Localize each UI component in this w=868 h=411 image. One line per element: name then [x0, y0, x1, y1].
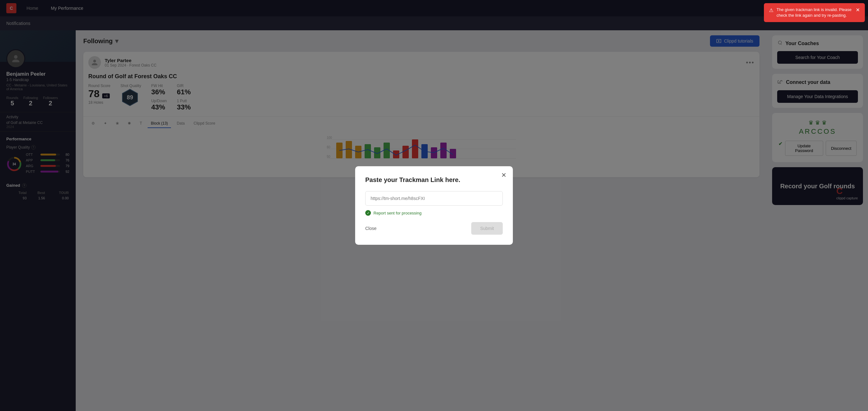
trackman-link-input[interactable] — [365, 191, 503, 205]
error-toast: ⚠ The given trackman link is invalid. Pl… — [764, 3, 865, 22]
success-message: ✓ Report sent for processing — [365, 210, 503, 216]
modal-actions: Close Submit — [365, 222, 503, 235]
toast-warning-icon: ⚠ — [769, 7, 773, 13]
success-text: Report sent for processing — [373, 211, 422, 215]
success-icon: ✓ — [365, 210, 371, 216]
toast-message: The given trackman link is invalid. Plea… — [777, 7, 852, 18]
modal-close-link[interactable]: Close — [365, 226, 377, 231]
modal-overlay: ✕ Paste your Trackman Link here. ✓ Repor… — [0, 0, 868, 411]
modal-close-button[interactable]: ✕ — [501, 171, 506, 179]
modal-title: Paste your Trackman Link here. — [365, 176, 503, 184]
trackman-modal: ✕ Paste your Trackman Link here. ✓ Repor… — [355, 166, 513, 245]
modal-submit-button[interactable]: Submit — [471, 222, 503, 235]
toast-close-icon[interactable]: ✕ — [856, 7, 860, 13]
